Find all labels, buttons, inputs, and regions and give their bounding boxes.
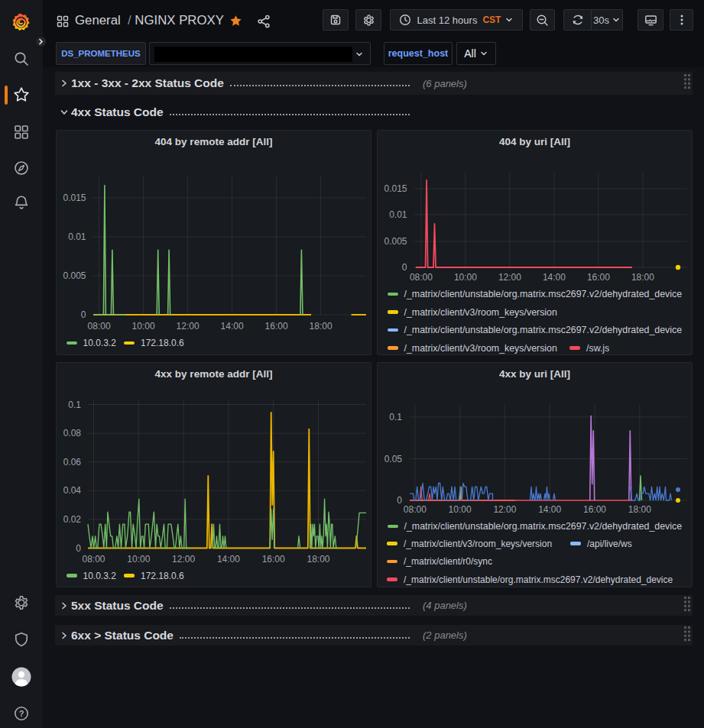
svg-text:14:00: 14:00 (538, 504, 561, 515)
svg-text:16:00: 16:00 (587, 272, 610, 283)
svg-text:14:00: 14:00 (543, 272, 566, 283)
svg-text:18:00: 18:00 (307, 554, 329, 565)
svg-text:0.04: 0.04 (63, 485, 82, 496)
svg-text:10:00: 10:00 (454, 272, 477, 283)
svg-text:0: 0 (402, 262, 407, 273)
svg-text:14:00: 14:00 (217, 554, 240, 565)
svg-text:08:00: 08:00 (410, 272, 433, 283)
svg-text:18:00: 18:00 (310, 321, 333, 332)
svg-text:08:00: 08:00 (88, 321, 111, 332)
svg-text:12:00: 12:00 (493, 504, 516, 515)
svg-text:0: 0 (76, 543, 81, 554)
svg-text:0.01: 0.01 (389, 209, 407, 220)
svg-text:0.1: 0.1 (389, 412, 402, 422)
svg-text:16:00: 16:00 (265, 321, 288, 332)
svg-text:0.015: 0.015 (384, 183, 407, 194)
svg-text:0.005: 0.005 (384, 236, 407, 247)
svg-text:12:00: 12:00 (177, 321, 200, 332)
svg-text:0.06: 0.06 (63, 457, 82, 468)
svg-text:0.005: 0.005 (63, 270, 86, 281)
svg-text:16:00: 16:00 (262, 554, 285, 565)
svg-text:0.015: 0.015 (63, 193, 86, 203)
svg-text:10:00: 10:00 (132, 321, 155, 332)
svg-text:0.08: 0.08 (63, 428, 82, 438)
svg-text:16:00: 16:00 (583, 504, 606, 515)
svg-text:0.01: 0.01 (68, 231, 86, 242)
svg-text:0: 0 (81, 309, 86, 320)
svg-text:12:00: 12:00 (172, 554, 195, 565)
svg-text:12:00: 12:00 (498, 272, 521, 283)
svg-text:0.1: 0.1 (68, 400, 81, 410)
svg-text:14:00: 14:00 (221, 321, 244, 332)
svg-text:18:00: 18:00 (631, 272, 654, 283)
svg-text:0.05: 0.05 (384, 454, 403, 464)
svg-text:?: ? (19, 709, 24, 718)
svg-text:10:00: 10:00 (449, 504, 472, 515)
svg-text:10:00: 10:00 (127, 554, 150, 565)
svg-text:18:00: 18:00 (628, 504, 651, 515)
svg-text:08:00: 08:00 (404, 504, 427, 515)
svg-text:08:00: 08:00 (82, 554, 105, 565)
svg-text:0: 0 (397, 495, 402, 506)
svg-text:0.02: 0.02 (63, 514, 82, 525)
